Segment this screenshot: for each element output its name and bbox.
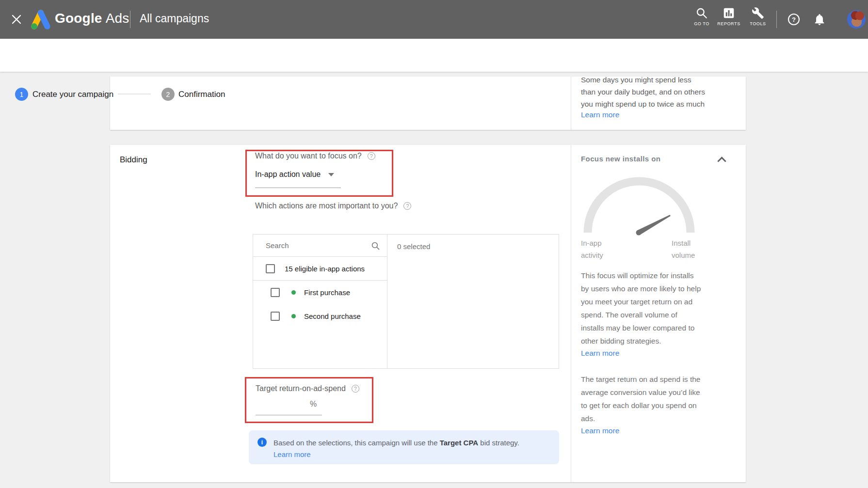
checkbox[interactable]: [266, 264, 275, 273]
checkbox[interactable]: [271, 312, 280, 321]
help-icon[interactable]: ?: [352, 385, 359, 393]
app-title: GoogleAds: [55, 11, 129, 26]
actions-question-row: Which actions are most important to you?…: [255, 202, 411, 210]
checkbox[interactable]: [271, 288, 280, 297]
brand-google: Google: [55, 11, 102, 26]
step-2-circle: 2: [161, 88, 175, 101]
banner-learn-more-link[interactable]: Learn more: [273, 449, 519, 460]
focus-question-label: What do you want to focus on?: [255, 152, 362, 160]
budget-note: Some days you might spend less than your…: [581, 77, 736, 110]
step-2-number: 2: [166, 91, 170, 98]
roas-panel-description: The target return on ad spend is the ave…: [581, 373, 700, 425]
action-group-label: 15 eligible in-app actions: [285, 265, 365, 273]
bell-icon: [813, 13, 826, 26]
help-icon[interactable]: ?: [368, 152, 375, 160]
step-1-number: 1: [20, 91, 24, 98]
card-divider: [571, 145, 571, 482]
help-icon: ?: [787, 13, 801, 26]
focus-panel-title: Focus new installs on: [581, 155, 660, 163]
tools-label: TOOLS: [750, 21, 766, 26]
brand-ads: Ads: [106, 11, 129, 26]
status-dot-icon: [291, 290, 296, 295]
selected-count: 0 selected: [397, 242, 559, 251]
action-group-row[interactable]: 15 eligible in-app actions: [253, 257, 387, 281]
close-icon[interactable]: [10, 13, 23, 26]
chevron-up-icon[interactable]: [717, 157, 726, 165]
go-to-button[interactable]: GO TO: [687, 7, 717, 26]
gauge-right-label: Install volume: [672, 237, 695, 261]
focus-select-value: In-app action value: [255, 170, 321, 179]
step-connector: [118, 94, 151, 94]
roas-panel-learn-more-link[interactable]: Learn more: [581, 426, 619, 435]
banner-strategy-name: Target CPA: [440, 439, 478, 447]
step-1-circle: 1: [15, 88, 28, 101]
action-row[interactable]: Second purchase: [253, 304, 387, 328]
app-top-bar: GoogleAds All campaigns GO TO REPORTS TO…: [0, 0, 868, 39]
strategy-info-banner: i Based on the selections, this campaign…: [249, 430, 559, 464]
roas-label-row: Target return-on-ad-spend ?: [256, 384, 359, 393]
reports-label: REPORTS: [717, 21, 740, 26]
actions-picker: 15 eligible in-app actions First purchas…: [253, 234, 559, 369]
svg-text:?: ?: [792, 16, 796, 23]
budget-learn-more-link[interactable]: Learn more: [581, 110, 619, 119]
topbar-divider: [776, 11, 777, 28]
tools-button[interactable]: TOOLS: [743, 7, 773, 26]
roas-input[interactable]: [256, 397, 308, 413]
action-row-label: First purchase: [304, 288, 350, 297]
reports-button[interactable]: REPORTS: [714, 7, 744, 26]
avatar[interactable]: [847, 10, 866, 29]
bidding-card: Bidding What do you want to focus on? ? …: [110, 145, 746, 482]
roas-unit: %: [310, 400, 317, 409]
progress-stepper: 1 Create your campaign 2 Confirmation: [0, 39, 868, 72]
focus-panel-learn-more-link[interactable]: Learn more: [581, 349, 619, 358]
actions-picker-list: 15 eligible in-app actions First purchas…: [253, 235, 387, 368]
focus-gauge: [581, 172, 697, 239]
roas-input-wrap: %: [256, 395, 322, 415]
status-dot-icon: [291, 314, 296, 318]
focus-panel-description: This focus will optimize for installs by…: [581, 269, 701, 347]
action-row[interactable]: First purchase: [253, 281, 387, 304]
action-row-label: Second purchase: [304, 312, 361, 320]
actions-search-box: [253, 235, 387, 257]
roas-label: Target return-on-ad-spend: [256, 384, 346, 393]
focus-select-underline: [255, 188, 341, 188]
topbar-divider: [130, 11, 130, 28]
banner-text: Based on the selections, this campaign w…: [273, 437, 519, 449]
info-icon: i: [257, 438, 267, 447]
step-2-label[interactable]: Confirmation: [178, 90, 225, 99]
google-ads-logo-icon: [29, 8, 51, 32]
help-icon[interactable]: ?: [403, 202, 411, 210]
wrench-icon: [752, 7, 764, 19]
chevron-down-icon: [328, 173, 334, 176]
banner-text-suffix: bid strategy.: [478, 439, 519, 447]
section-title-bidding: Bidding: [120, 155, 147, 165]
search-icon: [695, 7, 708, 19]
banner-text-prefix: Based on the selections, this campaign w…: [273, 439, 440, 447]
search-icon: [371, 241, 380, 251]
notifications-button[interactable]: [813, 13, 826, 26]
focus-select[interactable]: In-app action value: [255, 170, 334, 179]
actions-question-label: Which actions are most important to you?: [255, 202, 398, 210]
card-divider: [571, 77, 571, 130]
breadcrumb: All campaigns: [140, 12, 209, 25]
selected-actions-panel: 0 selected: [387, 235, 559, 368]
budget-card: Some days you might spend less than your…: [110, 77, 746, 130]
focus-question-row: What do you want to focus on? ?: [255, 152, 375, 160]
bar-chart-icon: [723, 7, 735, 19]
go-to-label: GO TO: [694, 21, 709, 26]
help-button[interactable]: ?: [787, 13, 801, 26]
step-1-label[interactable]: Create your campaign: [32, 90, 113, 99]
gauge-left-label: In-app activity: [581, 237, 603, 261]
search-input[interactable]: [266, 235, 368, 256]
